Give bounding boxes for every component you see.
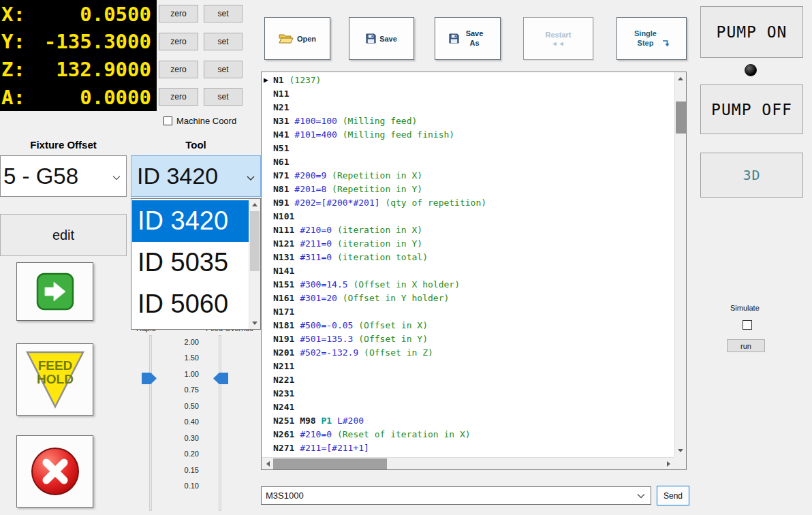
set-button[interactable]: set: [204, 88, 243, 106]
slider-tick-label: 2.00: [161, 339, 199, 346]
abort-button[interactable]: [16, 435, 93, 508]
gcode-line: N261 #210=0 (Reset of iteration in X): [273, 428, 674, 441]
pump-status-led: [745, 64, 757, 76]
gcode-token: P1: [321, 416, 332, 426]
gcode-token: N141: [273, 266, 294, 276]
simulate-checkbox[interactable]: [743, 320, 752, 330]
gcode-line: N271 #211=[#211+1]: [273, 441, 674, 455]
mdi-combobox[interactable]: M3S1000: [261, 486, 651, 505]
machine-coord-label: Machine Coord: [176, 116, 236, 126]
gcode-line: N81 #201=8 (Repetition in Y): [273, 183, 674, 196]
gcode-token: (Offset in Y holder): [343, 293, 450, 303]
scroll-left-icon[interactable]: [262, 458, 273, 470]
pump-off-button[interactable]: PUMP OFF: [700, 84, 803, 134]
floppy-disk-icon: [366, 33, 376, 44]
tool-option[interactable]: ID 5035: [132, 242, 249, 283]
rapid-override-slider-handle[interactable]: [142, 373, 157, 384]
tool-option[interactable]: ID 5060: [132, 283, 249, 325]
gcode-line: N11: [273, 87, 674, 101]
dro-axis-row: Y:-135.3000: [0, 28, 157, 56]
cycle-start-button[interactable]: [16, 262, 93, 321]
rapid-override-slider-track[interactable]: [149, 335, 152, 511]
gcode-token: N91: [273, 198, 289, 208]
gcode-token: N181: [273, 320, 294, 330]
gcode-token: (qty of repetition): [385, 198, 486, 208]
save-as-button[interactable]: Save As: [435, 17, 501, 60]
gcode-line: N231: [273, 387, 674, 401]
restart-button[interactable]: Restart ◄◄: [523, 17, 593, 60]
scroll-up-icon[interactable]: [675, 73, 686, 84]
slider-tick-label: 0.10: [161, 482, 199, 490]
gcode-token: M98: [300, 416, 315, 426]
scroll-down-icon[interactable]: [249, 317, 260, 329]
scrollbar-thumb[interactable]: [273, 458, 387, 469]
gcode-token: (Offset in Z): [364, 347, 433, 358]
zero-button[interactable]: zero: [159, 61, 198, 78]
gcode-line: N121 #211=0 (iteration in Y): [273, 237, 674, 251]
machine-coord-checkbox[interactable]: [163, 116, 172, 125]
gcode-token: N51: [273, 143, 289, 153]
gcode-line: N21: [273, 101, 674, 114]
gcode-line: N71 #200=9 (Repetition in X): [273, 169, 674, 183]
feed-override-slider-handle[interactable]: [213, 373, 228, 384]
zero-button[interactable]: zero: [159, 33, 198, 50]
scroll-down-icon[interactable]: [675, 445, 686, 456]
gcode-token: (Offset in Y): [358, 334, 428, 344]
set-button[interactable]: set: [204, 5, 243, 22]
tool-combobox[interactable]: ID 3420: [131, 155, 261, 197]
scroll-right-icon[interactable]: [663, 458, 674, 470]
gcode-content[interactable]: ▶N1 (1237) N11 N21 N31 #100=100 (Milling…: [262, 72, 674, 457]
feed-override-slider-track[interactable]: [219, 335, 221, 511]
set-button[interactable]: set: [204, 33, 243, 50]
axis-value: -135.3000: [44, 30, 151, 53]
gcode-token: N271: [273, 443, 294, 453]
gcode-token: N81: [273, 184, 289, 194]
gcode-editor[interactable]: ▶N1 (1237) N11 N21 N31 #100=100 (Milling…: [261, 72, 687, 470]
single-step-button[interactable]: Single Step: [616, 17, 687, 60]
machine-coord-option: Machine Coord: [163, 116, 236, 126]
fixture-edit-button[interactable]: edit: [0, 214, 127, 256]
gcode-token: (Repetition in Y): [332, 184, 422, 194]
tool-dropdown-scrollbar[interactable]: [249, 199, 260, 329]
send-button[interactable]: Send: [657, 486, 689, 505]
gcode-token: N61: [273, 157, 289, 167]
gcode-token: #502=-132.9: [300, 347, 358, 358]
open-label: Open: [297, 35, 316, 43]
axis-label: X:: [1, 3, 25, 26]
scrollbar-corner: [674, 457, 686, 469]
zero-button[interactable]: zero: [159, 5, 198, 22]
gcode-line: N111 #210=0 (iteration in X): [273, 223, 674, 237]
step-arrow-icon: [661, 39, 670, 48]
save-button[interactable]: Save: [349, 17, 414, 60]
gcode-vertical-scrollbar[interactable]: [674, 72, 686, 457]
fixture-offset-combobox[interactable]: 5 - G58: [0, 155, 127, 197]
run-button[interactable]: run: [727, 339, 765, 352]
scrollbar-thumb[interactable]: [250, 211, 260, 271]
scrollbar-thumb[interactable]: [676, 102, 686, 134]
gcode-token: #311=0: [300, 252, 332, 262]
svg-text:FEED: FEED: [37, 358, 72, 373]
gcode-line: N161 #301=20 (Offset in Y holder): [273, 292, 674, 305]
pump-on-button[interactable]: PUMP ON: [700, 6, 803, 58]
scroll-up-icon[interactable]: [249, 199, 260, 210]
gcode-line: N181 #500=-0.05 (Offset in X): [273, 319, 674, 332]
chevron-down-icon: [247, 172, 255, 181]
set-button[interactable]: set: [204, 61, 243, 78]
zero-button[interactable]: zero: [159, 88, 198, 106]
view-3d-button[interactable]: 3D: [700, 153, 803, 198]
gcode-token: #211=[#211+1]: [300, 443, 369, 453]
gcode-token: N71: [273, 170, 289, 181]
gcode-token: N221: [273, 375, 294, 385]
feed-hold-button[interactable]: FEED HOLD: [16, 343, 93, 416]
gcode-horizontal-scrollbar[interactable]: [262, 457, 674, 469]
gcode-token: N201: [273, 347, 294, 358]
fixture-offset-title: Fixture Offset: [0, 139, 127, 151]
gcode-token: N111: [273, 225, 294, 235]
gcode-line: N241: [273, 401, 674, 414]
slider-tick-label: 0.15: [161, 467, 199, 474]
open-button[interactable]: Open: [264, 17, 330, 60]
tool-option[interactable]: ID 3420: [132, 200, 249, 242]
gcode-token: #210=0: [300, 429, 332, 439]
axis-value: 0.0500: [80, 3, 151, 26]
svg-text:HOLD: HOLD: [37, 372, 74, 386]
